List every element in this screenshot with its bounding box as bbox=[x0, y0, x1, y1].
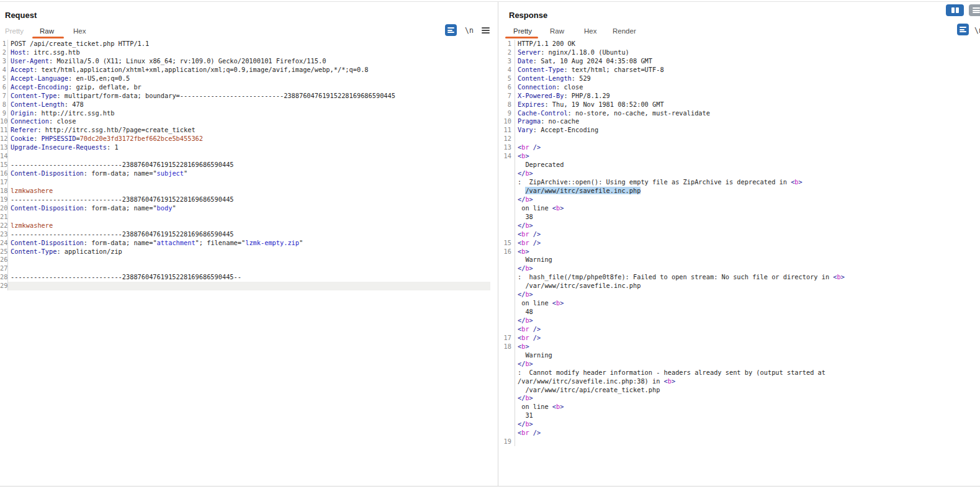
code-line: </b> bbox=[498, 394, 980, 403]
syntax-highlight-toggle-icon[interactable] bbox=[957, 24, 969, 35]
code-line-text: Content-Disposition: form-data; name="su… bbox=[8, 169, 490, 178]
tab-raw[interactable]: Raw bbox=[550, 27, 564, 35]
line-number: 3 bbox=[498, 57, 515, 66]
code-line: 12 bbox=[498, 135, 980, 143]
show-newlines-icon[interactable]: \n bbox=[974, 26, 980, 35]
selected-tab-underline bbox=[505, 37, 538, 38]
code-line: 20Content-Disposition: form-data; name="… bbox=[0, 204, 498, 213]
code-line: 4Content-Type: text/html; charset=UTF-8 bbox=[498, 66, 980, 74]
code-line: 10Pragma: no-cache bbox=[498, 117, 980, 126]
syntax-highlight-toggle-icon[interactable] bbox=[445, 24, 457, 36]
line-number: 9 bbox=[0, 109, 8, 118]
code-line-text: 48 bbox=[515, 308, 980, 316]
code-line-text: </b> bbox=[515, 394, 980, 403]
code-line: 10Connection: close bbox=[0, 117, 498, 126]
code-line: 11Referer: http://itrc.ssg.htb/?page=cre… bbox=[0, 126, 498, 135]
code-line: 21 bbox=[0, 213, 498, 222]
code-line: on line <b> bbox=[498, 403, 980, 411]
line-number bbox=[498, 195, 515, 204]
code-line: 3User-Agent: Mozilla/5.0 (X11; Linux x86… bbox=[0, 57, 498, 66]
tab-pretty[interactable]: Pretty bbox=[5, 27, 24, 35]
selected-tab-underline bbox=[32, 37, 64, 38]
code-token: Vary bbox=[518, 126, 533, 133]
line-number bbox=[498, 204, 515, 213]
code-line: 27 bbox=[0, 264, 498, 273]
show-newlines-icon[interactable]: \n bbox=[465, 26, 474, 35]
line-number: 14 bbox=[0, 152, 8, 161]
line-number: 7 bbox=[0, 92, 8, 101]
line-number: 1 bbox=[0, 40, 8, 48]
line-number: 20 bbox=[0, 204, 8, 213]
line-number: 15 bbox=[498, 239, 515, 248]
line-number: 18 bbox=[498, 343, 515, 351]
code-token: lzmkwashere bbox=[11, 222, 53, 229]
line-number: 6 bbox=[498, 83, 515, 92]
code-line-text: Referer: http://itrc.ssg.htb/?page=creat… bbox=[8, 126, 490, 135]
line-number: 17 bbox=[498, 334, 515, 343]
code-token: </ bbox=[518, 290, 525, 298]
line-number: 18 bbox=[0, 187, 8, 195]
line-number bbox=[498, 299, 515, 308]
more-options-button[interactable] bbox=[969, 4, 980, 16]
line-number: 26 bbox=[0, 256, 8, 264]
code-line-text: <br /> bbox=[515, 325, 980, 334]
code-line: 29 bbox=[0, 282, 498, 290]
code-line: </b> bbox=[498, 222, 980, 230]
code-line: 16<b> bbox=[498, 248, 980, 256]
tab-render[interactable]: Render bbox=[613, 27, 636, 35]
code-line: 5Accept-Language: en-US,en;q=0.5 bbox=[0, 74, 498, 83]
line-number: 12 bbox=[0, 135, 8, 143]
code-line-text: Content-Type: multipart/form-data; bound… bbox=[8, 92, 490, 101]
code-line-text: Pragma: no-cache bbox=[515, 117, 980, 126]
code-line: 48 bbox=[498, 308, 980, 316]
tab-hex[interactable]: Hex bbox=[584, 27, 596, 35]
line-number: 22 bbox=[0, 222, 8, 230]
code-line: 6Connection: close bbox=[498, 83, 980, 92]
code-line: <br /> bbox=[498, 230, 980, 239]
editor-menu-icon[interactable] bbox=[482, 27, 490, 34]
response-tabs: PrettyRawHexRender bbox=[498, 27, 980, 37]
code-token: /> bbox=[529, 230, 541, 238]
line-number bbox=[498, 403, 515, 411]
code-token: "; filename=" bbox=[196, 239, 246, 246]
code-line: 6Accept-Encoding: gzip, deflate, br bbox=[0, 83, 498, 92]
line-number bbox=[498, 351, 515, 360]
code-token: : bbox=[34, 135, 41, 142]
code-line-text bbox=[8, 256, 490, 264]
code-line: 8Expires: Thu, 19 Nov 1981 08:52:00 GMT bbox=[498, 101, 980, 109]
split-columns-layout-button[interactable] bbox=[946, 4, 964, 16]
code-token: > bbox=[529, 394, 533, 402]
code-token: : Accept-Encoding bbox=[533, 126, 598, 133]
response-editor[interactable]: 1HTTP/1.1 200 OK2Server: nginx/1.18.0 (U… bbox=[498, 39, 980, 485]
code-line-text: Content-Length: 529 bbox=[515, 74, 980, 83]
code-line-text: User-Agent: Mozilla/5.0 (X11; Linux x86_… bbox=[8, 57, 490, 66]
code-line-text: Warning bbox=[515, 256, 980, 264]
code-line: on line <b> bbox=[498, 204, 980, 213]
code-line: 18<b> bbox=[498, 343, 980, 351]
line-number: 16 bbox=[498, 248, 515, 256]
code-token: Content-Disposition bbox=[11, 169, 84, 177]
code-token: : http://itrc.ssg.htb/?page=create_ticke… bbox=[37, 126, 195, 133]
tab-raw[interactable]: Raw bbox=[40, 27, 54, 35]
code-token: PHPSESSID bbox=[42, 135, 76, 142]
tab-pretty[interactable]: Pretty bbox=[513, 27, 532, 35]
code-token: 48 bbox=[518, 308, 533, 315]
code-token: on line bbox=[518, 403, 552, 410]
code-line-text: on line <b> bbox=[515, 204, 980, 213]
code-line-text: <b> bbox=[515, 152, 980, 161]
code-line-text bbox=[515, 135, 980, 143]
code-token: </ bbox=[518, 420, 525, 428]
code-line: </b> bbox=[498, 169, 980, 178]
tab-hex[interactable]: Hex bbox=[73, 27, 86, 35]
code-token: > bbox=[529, 290, 533, 298]
code-token: on line bbox=[518, 204, 552, 212]
code-token: : ZipArchive::open(): Using empty file a… bbox=[518, 178, 791, 186]
code-line-text: Warning bbox=[515, 351, 980, 360]
code-line: 26 bbox=[0, 256, 498, 264]
code-token: -----------------------------23887604761… bbox=[11, 161, 234, 168]
code-line-text bbox=[8, 282, 490, 290]
code-line-text: -----------------------------23887604761… bbox=[8, 230, 490, 239]
request-editor[interactable]: 1POST /api/create_ticket.php HTTP/1.12Ho… bbox=[0, 39, 498, 485]
code-line: on line <b> bbox=[498, 299, 980, 308]
code-token: > bbox=[525, 248, 529, 255]
